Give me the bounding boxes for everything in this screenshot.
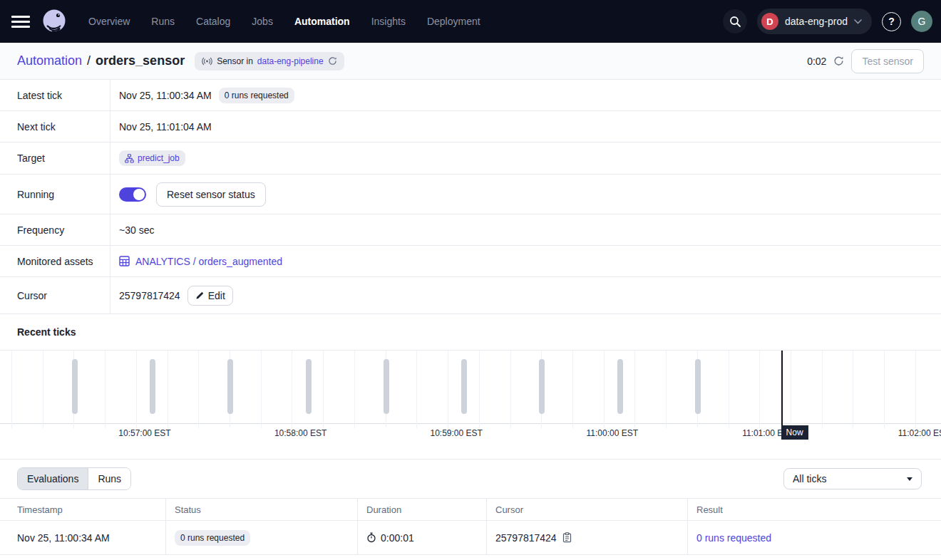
timeline-gridline [822, 351, 823, 428]
tick-filter-value: All ticks [793, 473, 826, 484]
reload-location-icon[interactable] [328, 56, 337, 66]
row-cursor: 25797817424 [495, 532, 557, 544]
timeline-gridline [884, 351, 885, 428]
tick-bar[interactable] [617, 359, 623, 414]
copy-clipboard-icon[interactable] [562, 532, 572, 543]
now-marker-line [781, 351, 783, 425]
automation-sensor-page: Overview Runs Catalog Jobs Automation In… [0, 0, 941, 560]
timeline-gridline [510, 351, 511, 428]
recent-ticks-timeline[interactable]: 10:57:00 EST10:58:00 EST10:59:00 EST11:0… [0, 350, 941, 442]
tick-filter-select[interactable]: All ticks [783, 468, 922, 489]
frequency-label: Frequency [0, 214, 110, 245]
timeline-gridline [323, 351, 324, 428]
timeline-gridline [354, 351, 355, 428]
timeline-gridline [666, 351, 667, 428]
target-job-link[interactable]: predict_job [138, 153, 180, 163]
timeline-gridline [791, 351, 791, 428]
col-cursor: Cursor [487, 499, 688, 520]
timeline-gridline [105, 351, 106, 428]
timeline-gridline [448, 351, 448, 428]
search-button[interactable] [723, 9, 747, 33]
nav-item-automation[interactable]: Automation [294, 16, 350, 27]
target-label: Target [0, 142, 110, 174]
tick-bar[interactable] [72, 359, 78, 414]
timeline-gridline [729, 351, 729, 428]
nav-item-runs[interactable]: Runs [151, 16, 175, 27]
tick-bar[interactable] [306, 359, 312, 414]
nav-item-jobs[interactable]: Jobs [252, 16, 273, 27]
sensor-badge-prefix: Sensor in [217, 56, 253, 66]
sensor-icon [202, 57, 212, 66]
user-avatar[interactable]: G [911, 11, 932, 32]
page-title: orders_sensor [96, 53, 185, 68]
timeline-gridline [634, 351, 635, 428]
timeline-gridline [853, 351, 853, 428]
row-status-badge: 0 runs requested [175, 530, 250, 546]
reset-sensor-status-button[interactable]: Reset sensor status [156, 182, 266, 207]
cursor-label: Cursor [0, 277, 110, 313]
hamburger-menu-icon[interactable] [11, 12, 30, 31]
timeline-axis-label: 10:57:00 EST [118, 428, 170, 438]
target-job-chip[interactable]: predict_job [119, 150, 185, 166]
breadcrumb-separator: / [87, 53, 91, 68]
nav-item-deployment[interactable]: Deployment [427, 16, 480, 27]
tick-bar[interactable] [227, 359, 233, 414]
next-tick-label: Next tick [0, 111, 110, 142]
edit-cursor-button[interactable]: Edit [187, 286, 233, 306]
monitored-asset-key: ANALYTICS / orders_augmented [135, 256, 282, 267]
target-row: Target predict_job [0, 142, 941, 175]
latest-tick-label: Latest tick [0, 80, 110, 110]
monitored-asset-link[interactable]: ANALYTICS / orders_augmented [119, 256, 282, 267]
code-location-link[interactable]: data-eng-pipeline [257, 56, 324, 66]
tick-bar[interactable] [150, 359, 155, 414]
asset-table-icon [119, 256, 130, 266]
tick-bar[interactable] [384, 359, 389, 414]
latest-tick-value: Nov 25, 11:00:34 AM [119, 90, 212, 101]
row-duration: 0:00:01 [381, 532, 414, 544]
workspace-switcher[interactable]: D data-eng-prod [757, 9, 872, 34]
latest-tick-row: Latest tick Nov 25, 11:00:34 AM 0 runs r… [0, 80, 941, 111]
running-toggle[interactable] [119, 187, 146, 202]
refresh-icon[interactable] [833, 56, 844, 66]
monitored-assets-row: Monitored assets ANALYTICS / orders_augm… [0, 246, 941, 277]
timeline-gridline [604, 351, 605, 428]
help-button[interactable]: ? [882, 12, 901, 31]
chevron-down-icon [854, 19, 862, 24]
job-icon [125, 154, 134, 163]
stopwatch-icon [366, 532, 376, 543]
frequency-value: ~30 sec [119, 224, 154, 236]
pencil-icon [195, 291, 204, 300]
view-segmented-control: Evaluations Runs [17, 467, 131, 490]
top-nav: Overview Runs Catalog Jobs Automation In… [0, 0, 941, 43]
next-tick-value: Nov 25, 11:01:04 AM [119, 121, 212, 133]
row-result-link[interactable]: 0 runs requested [696, 532, 771, 544]
table-header-row: Timestamp Status Duration Cursor Result [0, 499, 941, 521]
timeline-gridline [261, 351, 262, 428]
tick-bar[interactable] [695, 359, 701, 414]
running-row: Running Reset sensor status [0, 175, 941, 214]
nav-item-overview[interactable]: Overview [88, 16, 130, 27]
nav-item-catalog[interactable]: Catalog [196, 16, 230, 27]
primary-nav: Overview Runs Catalog Jobs Automation In… [88, 16, 480, 27]
test-sensor-button[interactable]: Test sensor [851, 49, 924, 73]
row-timestamp: Nov 25, 11:00:34 AM [0, 521, 166, 554]
tick-countdown: 0:02 [807, 56, 826, 67]
tick-bar[interactable] [539, 359, 545, 414]
nav-item-insights[interactable]: Insights [371, 16, 406, 27]
dagster-logo-icon[interactable] [40, 7, 68, 36]
tab-runs[interactable]: Runs [88, 468, 130, 489]
recent-ticks-title: Recent ticks [17, 326, 76, 338]
timeline-axis-label: 10:59:00 EST [430, 428, 482, 438]
select-caret-icon [907, 477, 912, 481]
latest-tick-status-badge: 0 runs requested [219, 88, 294, 103]
breadcrumb-automation-link[interactable]: Automation [17, 53, 82, 68]
timeline-gridline [198, 351, 199, 428]
col-result: Result [688, 499, 941, 520]
tab-evaluations[interactable]: Evaluations [18, 468, 88, 489]
timeline-gridline [292, 351, 292, 428]
timeline-axis-label: 11:02:00 EST [898, 428, 941, 438]
tick-bar[interactable] [461, 359, 467, 414]
cursor-value: 25797817424 [119, 290, 180, 301]
timeline-gridline [11, 351, 12, 428]
ticks-toolbar: Evaluations Runs All ticks [0, 460, 941, 498]
